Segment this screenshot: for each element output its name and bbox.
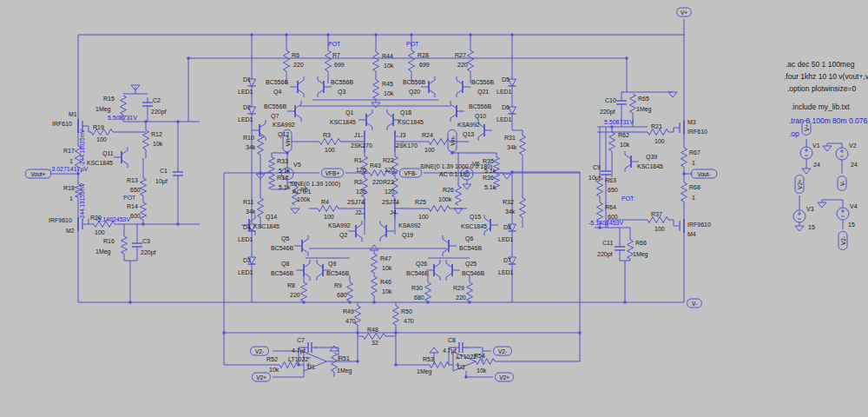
resistor-symbol[interactable] <box>597 202 603 222</box>
resistor-symbol[interactable] <box>258 198 264 217</box>
bjt-transistor-symbol[interactable] <box>318 76 332 97</box>
net-label-port[interactable]: V2- <box>838 232 847 250</box>
resistor-symbol[interactable] <box>373 52 379 71</box>
component-label: Q26 <box>416 261 427 268</box>
net-label-port[interactable]: VFB+ <box>321 169 343 177</box>
bjt-transistor-symbol[interactable] <box>380 221 394 242</box>
resistor-symbol[interactable] <box>429 206 450 212</box>
bjt-transistor-symbol[interactable] <box>114 147 128 168</box>
net-label-port[interactable]: V2- <box>494 347 512 355</box>
voltage-source-symbol[interactable] <box>793 210 806 222</box>
net-label-port[interactable]: V2- <box>251 347 269 355</box>
resistor-symbol[interactable] <box>520 136 526 155</box>
ground-symbol[interactable] <box>823 146 832 151</box>
resistor-symbol[interactable] <box>363 334 385 340</box>
bjt-transistor-symbol[interactable] <box>478 120 492 141</box>
net-label-port[interactable]: V+ <box>677 8 692 17</box>
bjt-transistor-symbol[interactable] <box>290 76 304 97</box>
bjt-transistor-symbol[interactable] <box>446 260 460 281</box>
resistor-symbol[interactable] <box>609 132 615 151</box>
ground-symbol[interactable] <box>802 169 811 174</box>
resistor-symbol[interactable] <box>425 282 431 301</box>
component-label: KSC1845 <box>330 119 356 125</box>
net-label-port[interactable]: Vout- <box>691 169 717 178</box>
bjt-transistor-symbol[interactable] <box>450 101 464 122</box>
component-label: 470 <box>345 318 356 324</box>
mosfet-symbol[interactable] <box>674 117 684 138</box>
resistor-symbol[interactable] <box>318 206 339 212</box>
resistor-symbol[interactable] <box>456 186 462 205</box>
annotation-label: POT <box>406 41 419 47</box>
resistor-symbol[interactable] <box>373 80 379 99</box>
net-label-port[interactable]: Vin- <box>448 129 457 151</box>
component-label: 470 <box>404 318 414 324</box>
ground-symbol[interactable] <box>668 92 677 97</box>
resistor-symbol[interactable] <box>520 198 526 217</box>
ground-symbol[interactable] <box>795 226 804 231</box>
resistor-symbol[interactable] <box>372 254 378 273</box>
bjt-transistor-symbol[interactable] <box>287 101 301 122</box>
net-label-port[interactable]: Vout+ <box>25 169 51 178</box>
resistor-symbol[interactable] <box>681 148 687 167</box>
resistor-symbol[interactable] <box>429 139 450 145</box>
capacitor-symbol[interactable] <box>615 243 625 254</box>
ground-symbol-up[interactable] <box>430 348 438 353</box>
schematic-svg[interactable]: .ac dec 50 1 100meg.four 1khz 10 10 v(vo… <box>0 0 868 417</box>
resistor-symbol[interactable] <box>284 50 290 71</box>
resistor-symbol[interactable] <box>279 362 299 368</box>
component-label: D3 <box>243 257 251 263</box>
ground-symbol[interactable] <box>454 208 463 214</box>
voltage-source-symbol[interactable] <box>836 148 848 160</box>
resistor-symbol[interactable] <box>648 129 668 136</box>
ground-symbol[interactable] <box>463 184 471 189</box>
capacitor-symbol[interactable] <box>173 169 183 179</box>
resistor-symbol[interactable] <box>393 306 399 325</box>
resistor-symbol[interactable] <box>141 202 147 220</box>
ground-symbol-up[interactable] <box>330 346 339 351</box>
capacitor-symbol[interactable] <box>616 97 627 108</box>
resistor-symbol[interactable] <box>468 50 474 71</box>
resistor-symbol[interactable] <box>143 130 149 149</box>
resistor-symbol[interactable] <box>372 276 378 295</box>
resistor-symbol[interactable] <box>326 50 332 71</box>
resistor-symbol[interactable] <box>269 174 275 189</box>
net-label-port[interactable]: V- <box>838 176 846 191</box>
bjt-transistor-symbol[interactable] <box>296 260 310 281</box>
resistor-symbol[interactable] <box>122 236 128 254</box>
net-label-port[interactable]: V- <box>687 299 702 308</box>
bjt-transistor-symbol[interactable] <box>443 235 457 256</box>
resistor-symbol[interactable] <box>269 157 275 173</box>
resistor-symbol[interactable] <box>467 282 473 301</box>
resistor-symbol[interactable] <box>301 282 307 301</box>
resistor-symbol[interactable] <box>141 178 147 195</box>
net-label-port[interactable]: V2+ <box>795 175 804 194</box>
resistor-symbol[interactable] <box>476 359 495 365</box>
schematic-canvas[interactable]: .ac dec 50 1 100meg.four 1khz 10 10 v(vo… <box>0 0 868 417</box>
resistor-symbol[interactable] <box>648 217 668 223</box>
net-label-port[interactable]: V2+ <box>253 373 271 381</box>
component-label: 24 <box>851 162 858 168</box>
net-label-port[interactable]: V2+ <box>496 373 514 381</box>
resistor-symbol[interactable] <box>630 94 636 113</box>
ground-symbol[interactable] <box>291 208 299 214</box>
bjt-transistor-symbol[interactable] <box>457 76 470 97</box>
resistor-symbol[interactable] <box>681 182 687 202</box>
bjt-transistor-symbol[interactable] <box>358 109 372 130</box>
net-label-port[interactable]: VFB- <box>399 169 421 177</box>
voltage-source-symbol[interactable] <box>837 208 849 220</box>
component-label: R12 <box>151 131 162 137</box>
resistor-symbol[interactable] <box>121 96 127 115</box>
ground-symbol[interactable] <box>372 103 380 108</box>
component-label: BC546B <box>462 270 484 276</box>
ground-symbol-up[interactable] <box>370 245 378 250</box>
mosfet-symbol[interactable] <box>674 215 684 236</box>
voltage-source-symbol[interactable] <box>800 147 812 159</box>
ground-symbol[interactable] <box>503 174 511 179</box>
ground-symbol[interactable] <box>818 202 826 208</box>
resistor-symbol[interactable] <box>258 136 264 155</box>
resistor-symbol[interactable] <box>430 362 449 368</box>
resistor-symbol[interactable] <box>319 139 340 145</box>
bjt-transistor-symbol[interactable] <box>294 235 308 256</box>
resistor-symbol[interactable] <box>409 50 415 71</box>
resistor-symbol[interactable] <box>347 282 353 301</box>
